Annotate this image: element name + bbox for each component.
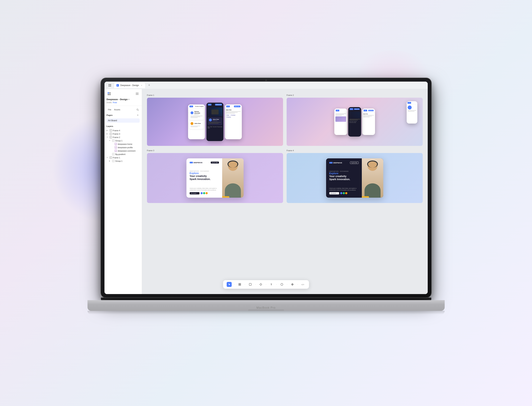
layer-group-1-f1[interactable]: ▶ □ Group 1 (107, 159, 140, 163)
profile-info-2: John Doe (194, 123, 201, 124)
layer-bg-gradient[interactable]: □ Bg-gradient (107, 152, 140, 156)
text-line (190, 117, 198, 118)
select-tool[interactable] (227, 282, 232, 287)
frame-1-content[interactable]: F Product Insights (147, 98, 283, 146)
avatar-dark (209, 119, 212, 121)
text-line (190, 116, 203, 116)
layer-deepwave-profile[interactable]: ◈ deepwave-profile (107, 146, 140, 149)
phone-mockup-3: F Back now Jane Doe (225, 104, 242, 139)
try-free-button-dark[interactable]: Try for free (350, 162, 359, 164)
text-line (363, 116, 372, 116)
card-top-row: DEEPWAVE Try for free (190, 162, 219, 164)
art-board-page[interactable]: Art Board (107, 118, 140, 123)
cta-button-dark[interactable]: Go Invent → (329, 192, 339, 195)
card-right-dark (362, 158, 383, 198)
card-brand-row: DEEPWAVE (190, 162, 203, 164)
frame-4-content[interactable]: DEEPWAVE Try for free INNOVATION · EXCHA… (287, 153, 423, 203)
frame-4-container: Frame 4 DEE (287, 149, 423, 203)
search-button[interactable] (136, 108, 140, 112)
layer-deepwave-home[interactable]: ◈ deepwave-home (107, 142, 140, 146)
sidebar-tools (107, 91, 140, 96)
phone-mockup-f2-3: F Back now Jane Doe (362, 109, 375, 135)
figma-menu-button[interactable] (107, 91, 112, 96)
phone-content-2: Jane Doe Following (206, 106, 223, 141)
file-button[interactable]: File (107, 108, 113, 111)
frame-3-content[interactable]: DEEPWAVE Try for free INNOVATION · EXCHA… (147, 153, 283, 203)
card-dark: DEEPWAVE Try for free INNOVATION · EXCHA… (326, 158, 383, 198)
tool-divider-3: · (255, 283, 256, 285)
cta-button[interactable]: Go Invent → (190, 192, 199, 195)
shape-tool[interactable] (279, 282, 284, 287)
phone-mockup-f2-4: F (407, 101, 417, 123)
phone-header-3: F Back now (225, 104, 242, 108)
avatar-dark-2 (343, 192, 345, 194)
layer-frame-1[interactable]: ▼ # Frame 1 (107, 156, 140, 159)
canvas-area: Frame 1 F Product Insi (142, 89, 428, 294)
phone-mockup-1: F Product Insights (188, 104, 205, 139)
tool-divider-5: · (276, 283, 277, 285)
text-line (190, 127, 198, 127)
rect-tool[interactable] (248, 282, 253, 287)
svg-line-12 (138, 110, 139, 111)
pen-tool[interactable] (258, 282, 263, 287)
card-subtext-dark: Unlock your creativity, share ideas, and… (329, 188, 359, 191)
free-label: Free (113, 102, 117, 103)
phone-logo-f2-3: F (364, 110, 367, 111)
brand-name: DEEPWAVE (194, 162, 203, 164)
card-cta-dark: Go Invent → (329, 192, 359, 195)
phone-logo-f2: F (336, 110, 339, 111)
svg-rect-13 (239, 283, 240, 284)
sidebar-toggle-button[interactable] (135, 91, 140, 96)
project-name-arrow[interactable]: ▾ (128, 98, 129, 100)
text-line (335, 113, 346, 114)
frame-4-label: Frame 4 (287, 149, 423, 152)
phone-mockup-f2-1: F (334, 109, 347, 135)
svg-rect-17 (249, 283, 251, 285)
tagline2: Spark Innovation. (190, 178, 211, 181)
frame-3-container: Frame 3 DEE (147, 149, 283, 203)
card-cta: Go Invent → (190, 192, 219, 195)
home-button[interactable] (107, 83, 112, 88)
component-tool[interactable] (290, 282, 295, 287)
layer-group-1[interactable]: ▼ □ Group 1 (107, 139, 140, 142)
avatar-dark-3 (345, 192, 347, 194)
phone-header-f2-3: F Back now (362, 109, 375, 112)
layer-deepwave-comment[interactable]: ◈ deepwave-comment (107, 149, 140, 152)
person-silhouette-light (222, 158, 244, 198)
active-tab[interactable]: F Deepwave - Design × (114, 82, 146, 88)
avatar-2 (190, 122, 193, 125)
component-icon: ◈ (115, 146, 117, 149)
layer-frame-2[interactable]: ▼ # Frame 2 (107, 136, 140, 139)
tool-divider-7: · (297, 283, 298, 285)
add-page-button[interactable]: + (136, 113, 140, 117)
mini-image (335, 116, 346, 122)
phone-content-f2-3: Jane Doe (362, 112, 375, 135)
profile-card-dark: Jane Doe Following (208, 117, 222, 125)
code-tool[interactable]: </> (300, 282, 305, 287)
try-free-button[interactable]: Try for free (211, 162, 219, 164)
tab-close-button[interactable]: × (140, 84, 143, 87)
profile-card: Hamza Ghonbili @hamza (189, 109, 204, 120)
rect-icon: □ (112, 153, 115, 155)
assets-button[interactable]: Assets (113, 108, 122, 111)
text-line (190, 126, 200, 126)
card-brand-row-dark: DEEPWAVE (329, 162, 342, 164)
phone-content: Hamza Ghonbili @hamza (188, 108, 205, 139)
card-footer: Unlock your creativity, share ideas, and… (190, 188, 219, 195)
frame-icon: # (110, 133, 112, 135)
card-left-light: DEEPWAVE Try for free INNOVATION · EXCHA… (186, 158, 222, 198)
phone-header-f2-4: F (407, 101, 417, 104)
new-tab-button[interactable]: + (147, 83, 151, 87)
phone-header-dark: F Share now (206, 103, 223, 106)
group-icon: □ (112, 139, 115, 142)
avatar-row-dark (340, 192, 347, 194)
text-tool[interactable]: T (269, 282, 274, 287)
layer-name: deepwave-home (118, 143, 132, 145)
layer-frame-3[interactable]: ▶ # Frame 3 (107, 132, 140, 136)
frame-2-content[interactable]: F (287, 98, 423, 146)
card-headline-dark: Explore Your creativity Spark Innovation… (329, 172, 359, 181)
frame-tool[interactable] (237, 282, 242, 287)
profile-info: Hamza Ghonbili @hamza (194, 111, 203, 115)
text-line (335, 114, 344, 115)
layer-frame-4[interactable]: ▶ # Frame 4 (107, 129, 140, 132)
